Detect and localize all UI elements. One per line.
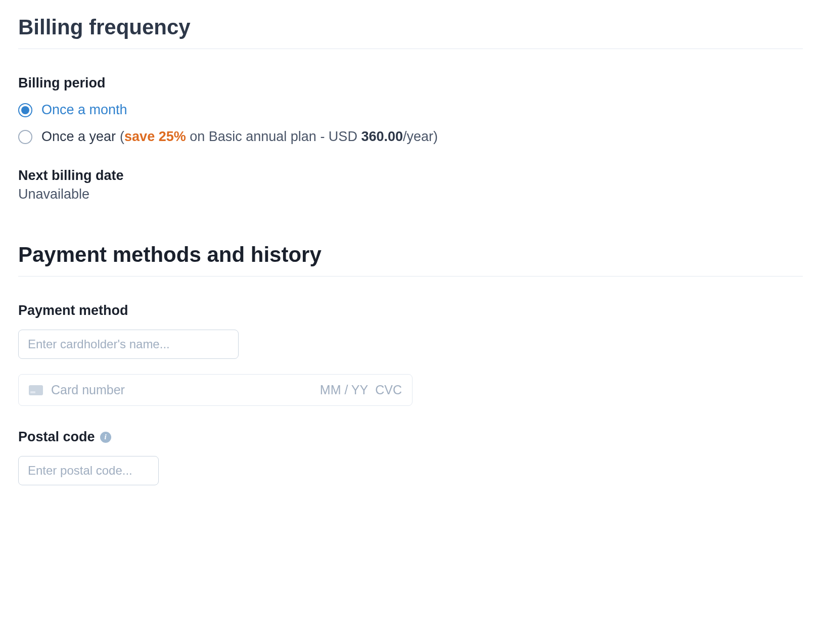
card-cvc-placeholder: CVC (375, 383, 402, 397)
postal-code-group: Postal code i (18, 429, 803, 485)
billing-monthly-option[interactable]: Once a month (18, 102, 803, 118)
card-details-row[interactable]: Card number MM / YY CVC (18, 374, 413, 406)
billing-yearly-option[interactable]: Once a year (save 25% on Basic annual pl… (18, 129, 803, 145)
postal-code-label: Postal code (18, 429, 95, 445)
billing-yearly-label: Once a year (41, 129, 116, 145)
payment-methods-section: Payment methods and history Payment meth… (18, 243, 803, 485)
payment-method-group: Payment method Card number MM / YY CVC (18, 303, 803, 406)
postal-code-input[interactable] (18, 456, 159, 485)
next-billing-value: Unavailable (18, 187, 803, 202)
savings-highlight: save 25% (124, 129, 186, 144)
savings-suffix: /year) (403, 129, 438, 144)
billing-yearly-annotation: (save 25% on Basic annual plan - USD 360… (120, 129, 438, 145)
info-icon[interactable]: i (100, 432, 111, 443)
savings-price: 360.00 (361, 129, 403, 144)
savings-prefix: ( (120, 129, 124, 144)
postal-label-row: Postal code i (18, 429, 803, 445)
billing-frequency-section: Billing frequency Billing period Once a … (18, 15, 803, 202)
next-billing-group: Next billing date Unavailable (18, 168, 803, 202)
billing-period-group: Billing period Once a month Once a year … (18, 75, 803, 145)
credit-card-icon (29, 385, 43, 395)
payment-method-label: Payment method (18, 303, 803, 318)
card-expiry-placeholder: MM / YY (320, 383, 368, 397)
billing-monthly-label: Once a month (41, 102, 127, 118)
cardholder-name-input[interactable] (18, 330, 239, 359)
card-number-placeholder: Card number (51, 383, 320, 397)
savings-middle: on Basic annual plan - USD (186, 129, 361, 144)
radio-selected-icon (18, 103, 32, 117)
next-billing-label: Next billing date (18, 168, 803, 183)
payment-methods-heading: Payment methods and history (18, 243, 803, 277)
billing-frequency-heading: Billing frequency (18, 15, 803, 49)
radio-unselected-icon (18, 130, 32, 144)
billing-period-label: Billing period (18, 75, 803, 91)
